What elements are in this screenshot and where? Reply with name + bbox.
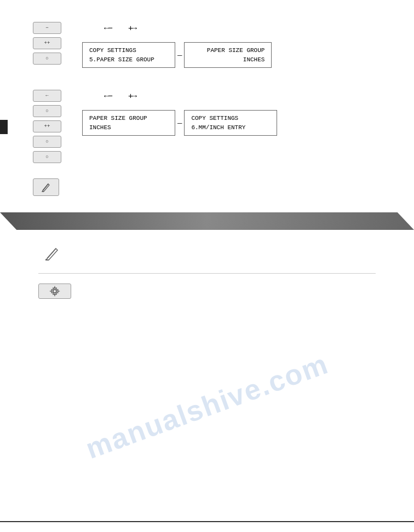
display-right-1: PAPER SIZE GROUP INCHES: [184, 42, 272, 68]
section1-controls: − ++ ○: [33, 22, 77, 68]
display-left-2-line1: PAPER SIZE GROUP: [89, 114, 168, 123]
display-left-2: PAPER SIZE GROUP INCHES: [82, 110, 175, 136]
plus-plus-icon-2: ++: [44, 124, 50, 129]
circle-btn-2a[interactable]: ○: [33, 105, 61, 117]
display-right-2-line1: COPY SETTINGS: [191, 114, 270, 123]
minus-icon-1: −: [45, 25, 48, 31]
plus-plus-btn-1[interactable]: ++: [33, 37, 61, 49]
section3: [33, 178, 381, 196]
section2-display: ←− +→ PAPER SIZE GROUP INCHES — COPY SET…: [82, 90, 381, 163]
svg-marker-1: [42, 184, 49, 192]
circle-btn-2b[interactable]: ○: [33, 136, 61, 148]
page-content: − ++ ○ ←− +→ COPY SETTINGS 5.PAPER SIZE …: [0, 0, 414, 532]
display-left-1-line1: COPY SETTINGS: [89, 46, 168, 55]
display-row-2: PAPER SIZE GROUP INCHES — COPY SETTINGS …: [82, 110, 381, 136]
dark-banner-wrapper: [0, 212, 414, 230]
section1-display: ←− +→ COPY SETTINGS 5.PAPER SIZE GROUP —…: [82, 22, 381, 68]
circle-icon-2c: ○: [45, 154, 48, 160]
section2: ← ○ ++ ○ ○ ←− +→ PAPER S: [33, 90, 381, 163]
display-row-1: COPY SETTINGS 5.PAPER SIZE GROUP — PAPER…: [82, 42, 381, 68]
nav-arrows-2: ←− +→: [104, 92, 381, 101]
black-tab: [0, 120, 8, 134]
display-right-1-line1: PAPER SIZE GROUP: [191, 46, 264, 55]
plus-plus-btn-2[interactable]: ++: [33, 120, 61, 132]
arrow-left-2: ←−: [104, 92, 112, 101]
display-right-1-line2: INCHES: [191, 55, 264, 65]
arrow-left-btn-2[interactable]: ←: [33, 90, 61, 102]
gear-icon-svg: [49, 286, 60, 297]
circle-icon-2a: ○: [45, 108, 48, 114]
pencil-icon-large-svg: [44, 245, 60, 262]
bottom-section: [33, 245, 381, 299]
section1: − ++ ○ ←− +→ COPY SETTINGS 5.PAPER SIZE …: [33, 22, 381, 68]
divider-line: [38, 273, 376, 274]
minus-btn-1[interactable]: −: [33, 22, 61, 34]
gear-button[interactable]: [38, 284, 71, 299]
arrow-right-1: +→: [128, 24, 136, 33]
section2-controls: ← ○ ++ ○ ○: [33, 90, 77, 163]
display-left-1: COPY SETTINGS 5.PAPER SIZE GROUP: [82, 42, 175, 68]
circle-btn-1[interactable]: ○: [33, 53, 61, 65]
watermark: manualshive.com: [82, 347, 333, 465]
circle-icon-1: ○: [45, 56, 48, 61]
display-right-2: COPY SETTINGS 6.MM/INCH ENTRY: [184, 110, 277, 136]
circle-icon-2b: ○: [45, 139, 48, 144]
circle-btn-2c[interactable]: ○: [33, 151, 61, 163]
display-left-1-line2: 5.PAPER SIZE GROUP: [89, 55, 168, 65]
dark-banner: [0, 212, 414, 230]
nav-arrows-1: ←− +→: [104, 24, 381, 33]
display-left-2-line2: INCHES: [89, 123, 168, 132]
arrow-left-icon-2: ←: [45, 93, 48, 99]
pencil-icon-small-svg: [41, 182, 51, 193]
arrow-right-2: +→: [128, 92, 136, 101]
pencil-btn-small[interactable]: [33, 178, 59, 196]
pencil-large-wrapper: [44, 245, 376, 264]
display-right-2-line2: 6.MM/INCH ENTRY: [191, 123, 270, 132]
plus-plus-icon-1: ++: [44, 41, 50, 46]
svg-marker-4: [46, 248, 58, 260]
bottom-border: [0, 521, 414, 522]
connector-arrow-2: —: [177, 119, 182, 128]
svg-point-7: [53, 290, 56, 293]
connector-arrow-1: —: [177, 51, 182, 60]
arrow-left-1: ←−: [104, 24, 112, 33]
